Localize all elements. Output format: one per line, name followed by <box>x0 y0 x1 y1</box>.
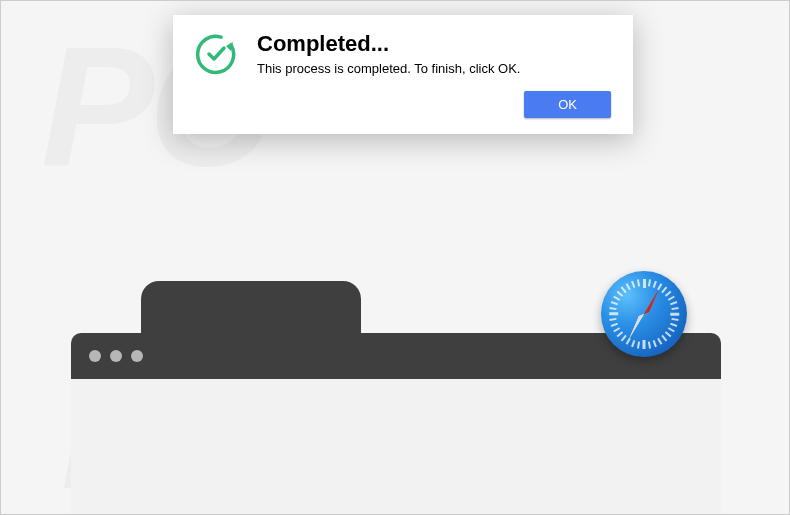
compass-tick <box>643 279 646 288</box>
compass-tick <box>609 313 618 316</box>
compass-tick <box>643 340 646 349</box>
traffic-light-close[interactable] <box>89 350 101 362</box>
dialog-title: Completed... <box>257 31 611 57</box>
svg-marker-2 <box>644 289 659 314</box>
browser-viewport <box>71 379 721 515</box>
completion-dialog: Completed... This process is completed. … <box>173 15 633 134</box>
compass-tick <box>670 313 679 316</box>
browser-tab[interactable] <box>141 281 361 333</box>
traffic-light-zoom[interactable] <box>131 350 143 362</box>
check-circle-icon <box>193 31 239 77</box>
safari-icon <box>601 271 687 357</box>
dialog-message: This process is completed. To finish, cl… <box>257 61 611 76</box>
traffic-light-minimize[interactable] <box>110 350 122 362</box>
ok-button[interactable]: OK <box>524 91 611 118</box>
svg-marker-3 <box>629 314 644 339</box>
screenshot-canvas: PC risk.com <box>0 0 790 515</box>
